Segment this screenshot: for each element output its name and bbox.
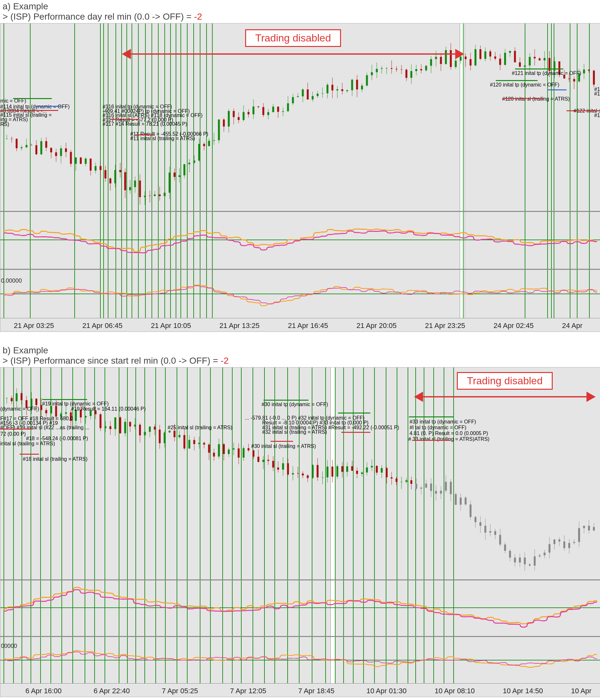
svg-rect-121 bbox=[302, 90, 304, 97]
x-tick-label: 6 Apr 22:40 bbox=[94, 687, 130, 695]
level-marker bbox=[547, 90, 567, 90]
svg-rect-304 bbox=[139, 425, 141, 435]
svg-rect-398 bbox=[371, 466, 373, 468]
chart-b: Trading disabled(dynamic = OFF)#19 inita… bbox=[0, 367, 600, 697]
svg-rect-87 bbox=[218, 120, 220, 141]
svg-rect-316 bbox=[169, 431, 170, 432]
svg-rect-352 bbox=[257, 457, 259, 462]
svg-rect-25 bbox=[65, 148, 67, 152]
svg-rect-268 bbox=[50, 406, 52, 414]
svg-rect-157 bbox=[390, 68, 392, 69]
svg-rect-378 bbox=[322, 477, 323, 478]
svg-rect-189 bbox=[470, 59, 472, 66]
svg-rect-478 bbox=[568, 543, 570, 548]
svg-rect-456 bbox=[514, 557, 516, 562]
trading-disabled-range-arrow bbox=[415, 392, 595, 401]
svg-rect-49 bbox=[124, 172, 126, 190]
svg-rect-67 bbox=[169, 173, 170, 193]
svg-rect-27 bbox=[70, 152, 72, 164]
svg-rect-392 bbox=[356, 471, 358, 474]
svg-rect-1 bbox=[6, 139, 8, 139]
svg-rect-488 bbox=[593, 527, 595, 530]
svg-rect-119 bbox=[297, 97, 299, 97]
svg-rect-314 bbox=[164, 432, 166, 443]
trading-disabled-label: Trading disabled bbox=[415, 372, 595, 401]
svg-rect-191 bbox=[475, 49, 477, 66]
x-tick-label: 10 Apr 21:30 bbox=[571, 687, 600, 697]
svg-rect-470 bbox=[549, 544, 550, 552]
svg-rect-83 bbox=[208, 141, 210, 146]
level-marker bbox=[412, 440, 451, 441]
svg-rect-29 bbox=[75, 157, 77, 164]
svg-rect-155 bbox=[386, 68, 388, 69]
svg-rect-320 bbox=[178, 435, 181, 437]
svg-rect-109 bbox=[272, 107, 274, 112]
svg-rect-31 bbox=[80, 157, 82, 164]
level-marker bbox=[409, 417, 454, 417]
svg-rect-187 bbox=[464, 57, 466, 59]
svg-rect-476 bbox=[563, 542, 565, 548]
svg-rect-264 bbox=[40, 405, 42, 410]
svg-rect-225 bbox=[558, 61, 560, 75]
svg-rect-302 bbox=[134, 425, 136, 426]
svg-rect-380 bbox=[327, 467, 329, 477]
svg-rect-89 bbox=[223, 120, 225, 127]
svg-rect-19 bbox=[50, 148, 52, 152]
svg-rect-131 bbox=[327, 85, 329, 94]
svg-rect-480 bbox=[573, 542, 575, 543]
svg-rect-35 bbox=[90, 158, 92, 170]
level-marker bbox=[496, 80, 537, 81]
svg-rect-290 bbox=[104, 426, 106, 428]
svg-rect-47 bbox=[119, 170, 121, 172]
svg-rect-169 bbox=[420, 69, 422, 70]
svg-rect-458 bbox=[519, 557, 521, 562]
svg-rect-272 bbox=[60, 414, 62, 417]
svg-rect-438 bbox=[470, 504, 472, 517]
level-marker bbox=[110, 119, 139, 120]
svg-rect-348 bbox=[247, 448, 249, 450]
svg-rect-227 bbox=[563, 75, 565, 78]
svg-rect-11 bbox=[30, 145, 32, 145]
svg-rect-151 bbox=[376, 69, 378, 72]
svg-rect-390 bbox=[351, 466, 353, 471]
level-marker bbox=[567, 110, 599, 111]
svg-rect-376 bbox=[317, 465, 318, 477]
svg-rect-93 bbox=[233, 111, 235, 117]
svg-rect-440 bbox=[475, 517, 477, 522]
svg-rect-420 bbox=[425, 483, 427, 488]
svg-rect-171 bbox=[425, 66, 427, 70]
level-marker bbox=[338, 412, 370, 414]
svg-rect-388 bbox=[346, 466, 348, 472]
level-marker bbox=[263, 400, 309, 401]
svg-rect-386 bbox=[341, 466, 343, 472]
level-marker bbox=[36, 106, 62, 107]
svg-rect-424 bbox=[435, 491, 437, 494]
svg-rect-69 bbox=[173, 173, 175, 177]
x-tick-label: 21 Apr 20:05 bbox=[357, 322, 397, 330]
svg-rect-402 bbox=[381, 468, 383, 473]
svg-rect-233 bbox=[578, 73, 580, 81]
svg-rect-356 bbox=[267, 460, 269, 461]
x-tick-label: 24 Apr 02:45 bbox=[494, 322, 534, 330]
example-subtitle: > (ISP) Performance day rel min (0.0 -> … bbox=[0, 11, 600, 23]
svg-rect-65 bbox=[164, 193, 166, 196]
svg-rect-53 bbox=[134, 180, 136, 187]
x-tick-label: 7 Apr 05:25 bbox=[162, 687, 198, 695]
svg-rect-484 bbox=[583, 526, 585, 528]
svg-rect-286 bbox=[95, 410, 97, 415]
svg-rect-147 bbox=[366, 75, 368, 85]
svg-rect-452 bbox=[504, 544, 506, 550]
svg-rect-143 bbox=[356, 80, 358, 90]
svg-rect-404 bbox=[386, 468, 388, 477]
svg-rect-55 bbox=[139, 180, 141, 197]
svg-rect-15 bbox=[40, 141, 42, 154]
svg-rect-400 bbox=[376, 466, 378, 473]
svg-rect-91 bbox=[228, 111, 230, 126]
chart-svg bbox=[0, 23, 600, 331]
level-marker bbox=[20, 454, 39, 455]
svg-rect-81 bbox=[203, 144, 205, 146]
svg-rect-296 bbox=[119, 417, 121, 433]
level-marker bbox=[13, 98, 52, 99]
svg-rect-13 bbox=[35, 145, 37, 154]
svg-rect-61 bbox=[154, 195, 156, 196]
